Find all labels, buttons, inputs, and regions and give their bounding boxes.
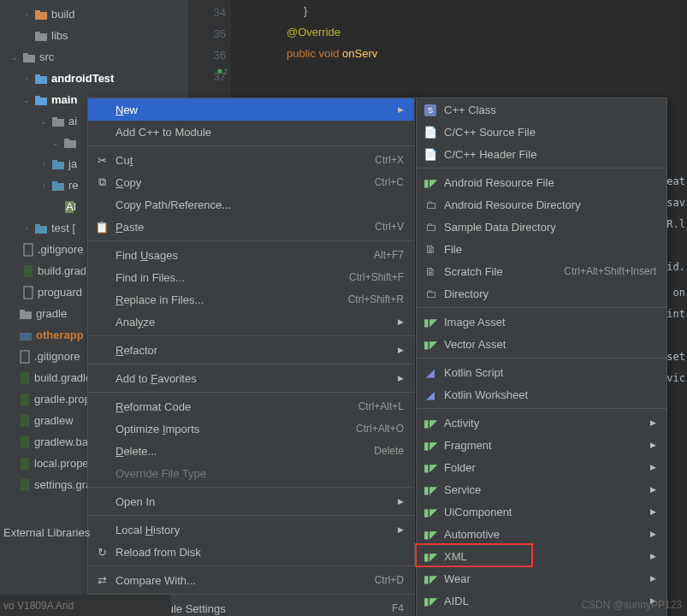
svg-rect-17 — [52, 181, 57, 184]
menu-item-new[interactable]: New▶ — [88, 98, 414, 121]
menu-label: Optimize Imports — [115, 423, 349, 435]
line-number: 35 — [188, 23, 226, 44]
submenu-item-activity[interactable]: ▮◤Activity▶ — [417, 412, 666, 434]
submenu-item-fragment[interactable]: ▮◤Fragment▶ — [417, 434, 666, 456]
menu-item-analyze[interactable]: Analyze▶ — [88, 311, 414, 333]
expand-icon[interactable]: ⌄ — [39, 117, 48, 126]
submenu-item-c-c-source-file[interactable]: 📄C/C++ Source File — [417, 121, 666, 143]
menu-item-find-usages[interactable]: Find UsagesAlt+F7 — [88, 244, 414, 266]
menu-label: Replace in Files... — [115, 293, 341, 306]
svg-rect-14 — [52, 162, 64, 169]
menu-item-find-in-files-[interactable]: Find in Files...Ctrl+Shift+F — [88, 266, 414, 288]
menu-label: Directory — [444, 287, 649, 300]
menu-item-add-c-to-module[interactable]: Add C++ to Module — [88, 121, 414, 143]
menu-label: C++ Class — [444, 104, 649, 116]
code-fragment: set — [666, 346, 685, 368]
submenu-item-android-resource-file[interactable]: ▮◤Android Resource File — [417, 171, 666, 193]
submenu-item-kotlin-worksheet[interactable]: ◢Kotlin Worksheet — [417, 383, 666, 406]
tree-label: gradlew.bat — [34, 435, 92, 448]
svg-rect-12 — [64, 140, 76, 148]
menu-item-replace-in-files-[interactable]: Replace in Files...Ctrl+Shift+R — [88, 288, 414, 311]
svg-rect-32 — [21, 436, 29, 448]
menu-label: Add C++ to Module — [115, 126, 397, 139]
expand-icon[interactable]: › — [22, 10, 31, 19]
tree-item[interactable]: ›androidTest — [0, 68, 188, 89]
svg-rect-28 — [21, 351, 29, 363]
and-icon: ▮◤ — [423, 316, 437, 329]
expand-icon[interactable]: › — [22, 224, 31, 233]
svg-rect-22 — [24, 244, 33, 256]
submenu-icon: ▶ — [650, 507, 656, 516]
menu-item-copy[interactable]: ⧉CopyCtrl+C — [88, 171, 414, 193]
menu-item-add-to-favorites[interactable]: Add to Favorites▶ — [88, 367, 414, 389]
menu-item-refactor[interactable]: Refactor▶ — [88, 339, 414, 361]
menu-label: Activity — [444, 417, 637, 429]
submenu-item-image-asset[interactable]: ▮◤Image Asset — [417, 311, 666, 333]
menu-label: Refactor — [115, 344, 384, 357]
tree-item[interactable]: libs — [0, 25, 188, 46]
menu-label: Kotlin Worksheet — [444, 388, 649, 401]
tree-item[interactable]: ⌄src — [0, 46, 188, 68]
shortcut: Alt+F7 — [374, 249, 404, 261]
tree-label: ai — [68, 115, 77, 127]
submenu-item-xml[interactable]: ▮◤XML▶ — [417, 545, 666, 567]
tree-label: gradle — [36, 307, 67, 320]
folder-icon: 🗀 — [423, 198, 437, 211]
tree-label: .gitignore — [34, 350, 80, 363]
code-brace: } — [304, 4, 307, 17]
submenu-icon: ▶ — [650, 418, 656, 427]
expand-icon[interactable]: › — [39, 160, 48, 169]
tree-label: androidTest — [51, 72, 114, 85]
submenu-item-directory[interactable]: 🗀Directory — [417, 282, 666, 305]
expand-icon[interactable]: ⌄ — [51, 139, 60, 147]
menu-label: File — [444, 243, 649, 256]
menu-item-reload-from-disk[interactable]: ↻Reload from Disk — [88, 541, 414, 563]
shortcut: Ctrl+Shift+R — [348, 293, 404, 305]
submenu-item-vector-asset[interactable]: ▮◤Vector Asset — [417, 333, 666, 355]
submenu-item-scratch-file[interactable]: 🗎Scratch FileCtrl+Alt+Shift+Insert — [417, 260, 666, 282]
submenu-item-folder[interactable]: ▮◤Folder▶ — [417, 456, 666, 478]
new-submenu[interactable]: SC++ Class📄C/C++ Source File📄C/C++ Heade… — [416, 98, 667, 616]
svg-rect-31 — [21, 415, 29, 427]
menu-item-copy-path-reference-[interactable]: Copy Path/Reference... — [88, 193, 414, 216]
submenu-item-service[interactable]: ▮◤Service▶ — [417, 478, 666, 500]
external-libraries[interactable]: External Libraries — [0, 526, 90, 539]
menu-label: Copy Path/Reference... — [115, 198, 397, 211]
shortcut: Ctrl+D — [375, 574, 404, 586]
menu-item-local-history[interactable]: Local History▶ — [88, 518, 414, 541]
expand-icon[interactable]: › — [22, 74, 31, 83]
submenu-item-c-class[interactable]: SC++ Class — [417, 98, 666, 121]
menu-item-paste[interactable]: 📋PasteCtrl+V — [88, 216, 414, 238]
submenu-icon: ▶ — [398, 497, 404, 506]
menu-item-compare-with-[interactable]: ⇄Compare With...Ctrl+D — [88, 569, 414, 591]
svg-rect-21 — [35, 224, 40, 227]
expand-icon[interactable]: ⌄ — [10, 53, 19, 62]
submenu-item-c-c-header-file[interactable]: 📄C/C++ Header File — [417, 143, 666, 165]
submenu-item-android-resource-directory[interactable]: 🗀Android Resource Directory — [417, 193, 666, 216]
menu-item-delete-[interactable]: Delete...Delete — [88, 440, 414, 462]
svg-rect-20 — [35, 226, 47, 234]
submenu-item-kotlin-script[interactable]: ◢Kotlin Script — [417, 361, 666, 383]
submenu-item-sample-data-directory[interactable]: 🗀Sample Data Directory — [417, 216, 666, 238]
code-area[interactable]: } @Override public void onServ — [235, 0, 377, 64]
kt-icon: ◢ — [423, 388, 437, 401]
tree-item[interactable]: ›build — [0, 3, 188, 25]
menu-item-reformat-code[interactable]: Reformat CodeCtrl+Alt+L — [88, 395, 414, 418]
tree-label: re — [68, 179, 79, 192]
submenu-item-wear[interactable]: ▮◤Wear▶ — [417, 567, 666, 589]
submenu-item-widget[interactable]: ▮◤Widget▶ — [417, 612, 666, 616]
menu-item-cut[interactable]: ✂CutCtrl+X — [88, 149, 414, 171]
expand-icon[interactable]: › — [39, 181, 48, 190]
menu-item-optimize-imports[interactable]: Optimize ImportsCtrl+Alt+O — [88, 418, 414, 440]
shortcut: Ctrl+V — [375, 221, 404, 233]
submenu-item-automotive[interactable]: ▮◤Automotive▶ — [417, 523, 666, 545]
and-icon: ▮◤ — [423, 338, 437, 351]
menu-item-open-in[interactable]: Open In▶ — [88, 490, 414, 512]
svg-rect-27 — [20, 333, 32, 341]
submenu-item-file[interactable]: 🗎File — [417, 238, 666, 260]
context-menu[interactable]: New▶Add C++ to Module✂CutCtrl+X⧉CopyCtrl… — [87, 98, 415, 616]
expand-icon[interactable]: ⌄ — [22, 96, 31, 104]
submenu-item-uicomponent[interactable]: ▮◤UiComponent▶ — [417, 500, 666, 523]
svg-rect-15 — [52, 160, 57, 163]
svg-rect-24 — [24, 287, 33, 299]
